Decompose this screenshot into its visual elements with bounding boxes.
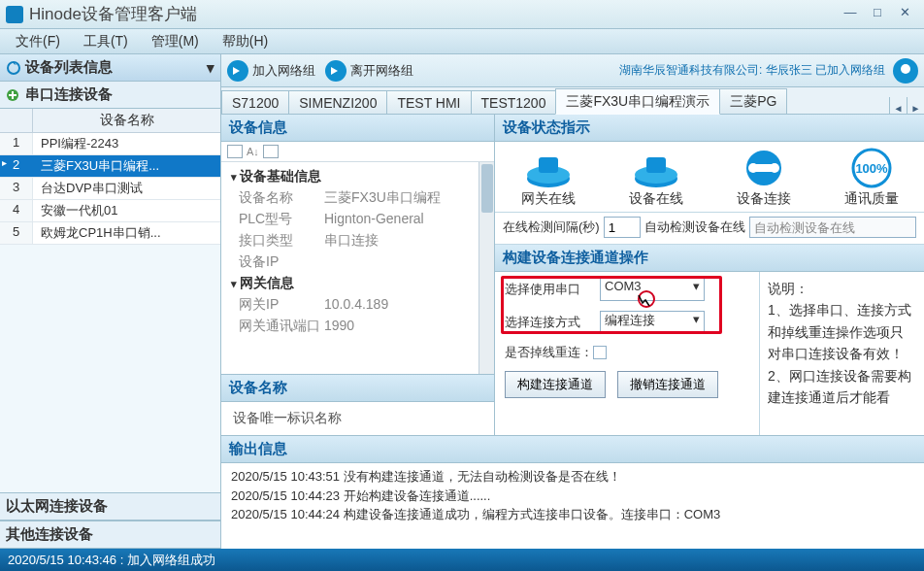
titlebar: Hinode设备管理客户端 — □ ✕: [0, 0, 924, 29]
modem-icon: [522, 148, 575, 188]
menu-tools[interactable]: 工具(T): [72, 30, 140, 53]
sort-icon[interactable]: A↓: [247, 146, 259, 157]
status-quality: 100% 通讯质量: [826, 148, 916, 208]
status-device-online: 设备在线: [610, 148, 701, 208]
user-avatar-icon[interactable]: [893, 58, 918, 84]
tab-scroll-left[interactable]: ◄: [889, 97, 907, 114]
sidebar: 设备列表信息 ▾ 串口连接设备 设备名称 1 PPI编程-2243 2 三菱FX…: [0, 54, 221, 549]
build-channel-button[interactable]: 构建连接通道: [505, 371, 606, 398]
status-gateway-online: 网关在线: [503, 148, 593, 208]
com-label: 选择使用串口: [505, 281, 600, 298]
device-list-header: 设备名称: [0, 109, 220, 133]
app-title: Hinode设备管理客户端: [29, 3, 837, 25]
detect-interval-input[interactable]: [604, 217, 641, 238]
tab-simenzi200[interactable]: SIMENZI200: [288, 90, 387, 114]
info-row: 网关通讯端口1990: [221, 316, 494, 337]
leave-label: 离开网络组: [350, 62, 413, 80]
device-name-label: 设备唯一标识名称: [221, 402, 494, 435]
build-description: 说明： 1、选择串口、连接方式和掉线重连操作选项只对串口连接设备有效！ 2、网口…: [759, 272, 924, 435]
statusbar: 2020/5/15 10:43:46 : 加入网络组成功: [0, 549, 924, 571]
group-eth-label: 以太网连接设备: [6, 497, 108, 516]
minimize-button[interactable]: —: [837, 5, 864, 24]
col-device-name: 设备名称: [33, 109, 220, 132]
info-row: 接口类型串口连接: [221, 230, 494, 252]
auto-detect-label: 自动检测设备在线: [644, 218, 745, 236]
device-row[interactable]: 1 PPI编程-2243: [0, 133, 220, 155]
output-title: 输出信息: [221, 436, 924, 463]
close-button[interactable]: ✕: [891, 5, 918, 24]
menu-help[interactable]: 帮助(H): [211, 30, 280, 53]
scrollbar[interactable]: [478, 162, 494, 374]
tab-testhmi[interactable]: TEST HMI: [386, 90, 471, 114]
build-title: 构建设备连接通道操作: [495, 245, 924, 272]
modem-icon: [630, 148, 682, 188]
log-line: 2020/5/15 10:44:23 开始构建设备连接通道......: [231, 487, 914, 506]
com-port-select[interactable]: COM3▾: [600, 278, 705, 301]
device-info-title: 设备信息: [221, 115, 494, 142]
sidebar-group-other[interactable]: 其他连接设备: [0, 521, 220, 549]
sidebar-header-label: 设备列表信息: [25, 58, 113, 77]
section-basic[interactable]: 设备基础信息: [221, 166, 494, 187]
device-list: 设备名称 1 PPI编程-2243 2 三菱FX3U串口编程... 3 台达DV…: [0, 109, 220, 245]
link-icon: [738, 148, 790, 188]
reconnect-label: 是否掉线重连：: [505, 344, 593, 361]
play-icon: [325, 60, 346, 82]
section-gateway[interactable]: 网关信息: [221, 273, 494, 294]
info-row: PLC型号Hignton-General: [221, 209, 494, 230]
device-row[interactable]: 5 欧姆龙CP1H串口销...: [0, 222, 220, 245]
company-status: 湖南华辰智通科技有限公司: 华辰张三 已加入网络组: [619, 62, 885, 79]
tab-s71200[interactable]: S71200: [221, 90, 289, 114]
tab-pg[interactable]: 三菱PG: [719, 88, 787, 114]
svg-rect-6: [539, 157, 558, 173]
device-info-panel: 设备信息 A↓ 设备基础信息 设备名称三菱FX3U串口编程 PLC型号Hignt…: [221, 115, 495, 435]
tab-scroll: ◄ ►: [889, 97, 924, 114]
device-tabs: S71200 SIMENZI200 TEST HMI TEST1200 三菱FX…: [221, 87, 924, 115]
svg-rect-9: [646, 157, 666, 173]
app-icon: [6, 6, 23, 23]
device-row[interactable]: 3 台达DVP串口测试: [0, 178, 220, 200]
svg-text:100%: 100%: [855, 161, 888, 176]
device-row[interactable]: 4 安徽一代机01: [0, 200, 220, 222]
refresh-icon: [6, 60, 21, 76]
output-panel: 输出信息 2020/5/15 10:43:51 没有构建连接通道，无法自动检测设…: [221, 435, 924, 533]
status-panel: 设备状态指示 网关在线 设备在线 设备连接: [495, 115, 924, 435]
maximize-button[interactable]: □: [864, 5, 891, 24]
sidebar-group-serial[interactable]: 串口连接设备: [0, 82, 220, 109]
auto-detect-box[interactable]: 自动检测设备在线: [749, 217, 916, 238]
reconnect-checkbox[interactable]: [593, 346, 607, 359]
group-serial-label: 串口连接设备: [25, 85, 113, 104]
menu-manage[interactable]: 管理(M): [140, 30, 211, 53]
status-title: 设备状态指示: [495, 115, 924, 142]
output-log: 2020/5/15 10:43:51 没有构建连接通道，无法自动检测设备是否在线…: [221, 463, 924, 533]
menubar: 文件(F) 工具(T) 管理(M) 帮助(H): [0, 29, 924, 54]
tab-scroll-right[interactable]: ►: [907, 97, 924, 114]
statusbar-text: 2020/5/15 10:43:46 : 加入网络组成功: [8, 552, 215, 569]
sidebar-header[interactable]: 设备列表信息 ▾: [0, 54, 220, 82]
info-row: 网关IP10.0.4.189: [221, 294, 494, 316]
info-row: 设备名称三菱FX3U串口编程: [221, 187, 494, 209]
menu-file[interactable]: 文件(F): [4, 30, 72, 53]
plus-icon: [6, 88, 19, 102]
grid-icon[interactable]: [227, 145, 243, 158]
info-toolbar: A↓: [221, 142, 494, 162]
sidebar-group-ethernet[interactable]: 以太网连接设备: [0, 492, 220, 521]
detect-interval-label: 在线检测间隔(秒): [503, 218, 600, 236]
tab-fx3u[interactable]: 三菱FX3U串口编程演示: [555, 88, 720, 115]
destroy-channel-button[interactable]: 撤销连接通道: [617, 371, 718, 398]
device-name-title: 设备名称: [221, 375, 494, 402]
connect-mode-select[interactable]: 编程连接▾: [600, 311, 705, 334]
leave-network-button[interactable]: 离开网络组: [325, 60, 413, 82]
join-label: 加入网络组: [252, 62, 315, 80]
log-line: 2020/5/15 10:44:24 构建设备连接通道成功，编程方式连接串口设备…: [231, 505, 914, 524]
group-other-label: 其他连接设备: [6, 525, 93, 544]
play-icon: [227, 60, 248, 82]
device-row[interactable]: 2 三菱FX3U串口编程...: [0, 155, 220, 178]
svg-point-13: [770, 163, 779, 173]
list-icon[interactable]: [263, 145, 279, 158]
join-network-button[interactable]: 加入网络组: [227, 60, 315, 82]
info-row: 设备IP: [221, 252, 494, 273]
tab-test1200[interactable]: TEST1200: [471, 90, 557, 114]
log-line: 2020/5/15 10:43:51 没有构建连接通道，无法自动检测设备是否在线…: [231, 467, 914, 487]
svg-point-12: [748, 163, 758, 173]
mode-label: 选择连接方式: [505, 314, 600, 331]
